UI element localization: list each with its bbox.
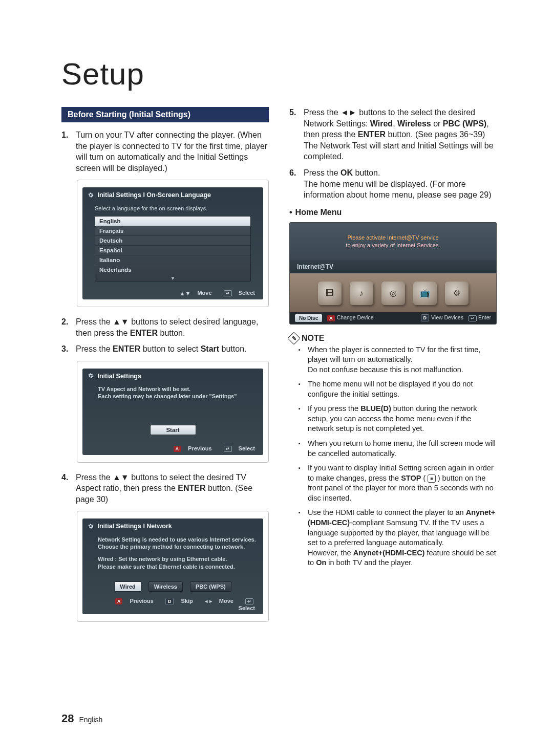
osd1-select-label: Select xyxy=(239,290,255,296)
note-item-4: When you return to home menu, the full s… xyxy=(308,439,497,459)
step-2: 2. Press the ▲▼ buttons to select desire… xyxy=(61,316,269,338)
card-videos[interactable]: 🎞 xyxy=(318,282,342,305)
d-badge-icon: D xyxy=(421,314,430,321)
gear-icon xyxy=(88,192,94,200)
start-button[interactable]: Start xyxy=(150,425,196,435)
lang-option-italiano[interactable]: Italiano xyxy=(95,255,250,265)
osd2-previous-label: Previous xyxy=(188,445,211,451)
osd-start-title: Initial Settings xyxy=(88,373,258,383)
note-label: NOTE xyxy=(302,334,324,343)
step-5-text: Press the ◄► buttons to the select the d… xyxy=(304,107,497,162)
internet-tv-label: Internet@TV xyxy=(290,260,496,273)
osd-start-msg2: Each setting may be changed later under … xyxy=(98,393,237,399)
note-item-3: If you press the BLUE(D) button during t… xyxy=(308,404,497,434)
lang-option-francais[interactable]: Français xyxy=(95,226,250,235)
osd3-select-label: Select xyxy=(239,605,255,611)
step-6-number: 6. xyxy=(289,167,304,201)
osd2-select-label: Select xyxy=(239,445,255,451)
step-1-text: Turn on your TV after connecting the pla… xyxy=(76,129,269,174)
page-language: English xyxy=(79,716,102,724)
network-wireless-button[interactable]: Wireless xyxy=(148,581,183,592)
stop-icon: ■ xyxy=(428,474,435,483)
card-photos[interactable]: ◎ xyxy=(381,282,405,305)
osd3-previous-label: Previous xyxy=(130,598,153,604)
d-badge-icon: D xyxy=(165,598,174,605)
language-list[interactable]: English Français Deutsch Español Italian… xyxy=(95,216,251,282)
lang-option-deutsch[interactable]: Deutsch xyxy=(95,235,250,245)
lang-option-english[interactable]: English xyxy=(95,217,250,226)
lang-option-espanol[interactable]: Español xyxy=(95,245,250,255)
step-6-text: Press the OK button. The home menu will … xyxy=(304,167,497,201)
card-settings[interactable]: ⚙ xyxy=(445,282,469,305)
note-list: When the player is connected to TV for t… xyxy=(289,345,497,568)
chevron-down-icon: ▼ xyxy=(95,274,250,281)
gear-icon xyxy=(88,373,94,380)
note-header: ✎ NOTE xyxy=(289,334,497,343)
note-item-6: Use the HDMI cable to connect the player… xyxy=(308,508,497,568)
step-5: 5. Press the ◄► buttons to the select th… xyxy=(289,107,497,162)
page-number: 28 xyxy=(61,712,74,725)
osd-start-msg1: TV Aspect and Network will be set. xyxy=(98,386,190,392)
note-item-5: If you want to display Initial Setting s… xyxy=(308,463,497,503)
move-icon: ▲▼ xyxy=(180,290,191,296)
home-banner-line2: to enjoy a variety of Internet Services. xyxy=(295,242,491,249)
osd-network-msg1: Network Setting is needed to use various… xyxy=(98,536,256,543)
a-badge-icon: A xyxy=(174,446,181,452)
step-6: 6. Press the OK button. The home menu wi… xyxy=(289,167,497,201)
osd-language-prompt: Select a language for the on-screen disp… xyxy=(88,203,258,216)
network-pbc-button[interactable]: PBC (WPS) xyxy=(190,581,231,592)
home-menu-footer: No Disc AChange Device DView Devices ↵En… xyxy=(290,312,496,324)
network-method-buttons: Wired Wireless PBC (WPS) xyxy=(88,581,258,592)
step-4: 4. Press the ▲▼ buttons to select the de… xyxy=(61,472,269,505)
note-icon: ✎ xyxy=(287,332,300,344)
home-menu-cards: 🎞 ♪ ◎ 📺 ⚙ xyxy=(290,273,496,312)
change-device-label: Change Device xyxy=(337,314,374,320)
osd-language: Initial Settings I On-Screen Language Se… xyxy=(77,180,269,307)
osd-network-msg4: Please make sure that Ethernet cable is … xyxy=(98,564,235,570)
enter-icon: ↵ xyxy=(224,446,232,452)
step-1: 1. Turn on your TV after connecting the … xyxy=(61,129,269,174)
osd-start: Initial Settings TV Aspect and Network w… xyxy=(77,361,269,463)
step-3-number: 3. xyxy=(61,343,76,355)
osd3-move-label: Move xyxy=(219,598,233,604)
page-number-footer: 28 English xyxy=(61,712,102,725)
step-2-text: Press the ▲▼ buttons to select desired l… xyxy=(76,316,269,338)
osd-language-prompt-text: Select a language for the on-screen disp… xyxy=(95,205,207,211)
step-2-number: 2. xyxy=(61,316,76,338)
osd-network-msg3: Wired : Set the network by using Etherne… xyxy=(98,556,227,562)
move-icon: ◂ ▸ xyxy=(205,598,212,604)
home-menu-osd: Please activate Internet@TV service to e… xyxy=(289,222,497,325)
a-badge-icon: A xyxy=(327,315,335,321)
home-menu-heading: •Home Menu xyxy=(289,208,497,217)
step-4-text: Press the ▲▼ buttons to select the desir… xyxy=(76,472,269,505)
osd-start-title-text: Initial Settings xyxy=(97,373,141,380)
note-item-2: The home menu will not be displayed if y… xyxy=(308,379,497,399)
step-1-number: 1. xyxy=(61,129,76,174)
lang-option-nederlands[interactable]: Nederlands xyxy=(95,265,250,274)
osd-network: Initial Settings I Network Network Setti… xyxy=(77,511,269,621)
card-music[interactable]: ♪ xyxy=(350,282,373,305)
osd-network-title: Initial Settings I Network xyxy=(88,523,258,533)
osd-language-title: Initial Settings I On-Screen Language xyxy=(88,191,258,202)
osd-language-title-text: Initial Settings I On-Screen Language xyxy=(97,191,211,199)
enter-icon: ↵ xyxy=(469,315,477,321)
step-3-text: Press the ENTER button to select Start b… xyxy=(76,343,269,355)
step-4-number: 4. xyxy=(61,472,76,505)
osd-network-title-text: Initial Settings I Network xyxy=(97,523,172,530)
status-no-disc: No Disc xyxy=(295,314,322,322)
step-5-number: 5. xyxy=(289,107,304,162)
home-menu-label: Home Menu xyxy=(295,208,342,217)
gear-icon xyxy=(88,523,94,531)
osd-network-msg2: Choose the primary method for connecting… xyxy=(98,544,245,550)
card-internet[interactable]: 📺 xyxy=(413,282,437,305)
view-devices-label: View Devices xyxy=(431,314,463,320)
enter-icon: ↵ xyxy=(245,598,253,604)
note-item-1: When the player is connected to TV for t… xyxy=(308,345,497,375)
network-wired-button[interactable]: Wired xyxy=(114,581,141,592)
osd3-skip-label: Skip xyxy=(181,598,193,604)
a-badge-icon: A xyxy=(115,598,123,604)
home-menu-banner: Please activate Internet@TV service to e… xyxy=(290,223,496,260)
enter-label: Enter xyxy=(478,314,491,320)
page-title: Setup xyxy=(61,56,497,92)
home-banner-line1: Please activate Internet@TV service xyxy=(295,234,491,242)
